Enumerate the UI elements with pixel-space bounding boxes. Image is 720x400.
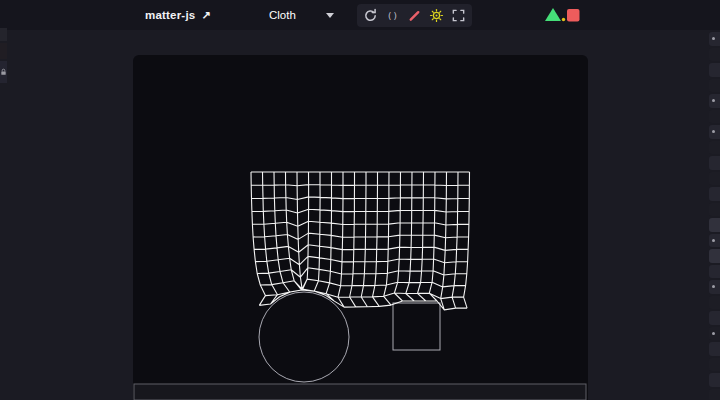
brand-link[interactable]: matter-js ↗ — [145, 0, 211, 30]
item-dot-icon — [712, 239, 715, 242]
circle-body[interactable] — [259, 292, 349, 382]
right-strip-item[interactable] — [709, 342, 720, 356]
chevron-down-icon — [326, 13, 334, 18]
right-strip-item[interactable] — [709, 187, 720, 201]
fullscreen-icon — [451, 8, 466, 23]
right-strip-item[interactable] — [709, 141, 720, 155]
external-link-icon: ↗ — [201, 9, 210, 22]
brush-button[interactable] — [404, 6, 424, 26]
item-dot-icon — [712, 99, 715, 102]
right-strip-item[interactable] — [709, 280, 720, 294]
toolbar: () — [357, 4, 472, 27]
right-strip-item[interactable] — [709, 79, 720, 93]
item-dot-icon — [712, 37, 715, 40]
right-strip-item[interactable] — [709, 265, 720, 279]
reset-button[interactable] — [361, 6, 381, 26]
code-brackets-icon: () — [385, 8, 400, 23]
ground-body[interactable] — [134, 384, 586, 400]
demo-select[interactable]: Cloth — [260, 3, 340, 27]
logo-square — [567, 9, 580, 22]
demo-select-value: Cloth — [269, 9, 296, 21]
header-bar: matter-js ↗ Cloth () — [0, 0, 720, 30]
right-edge-panel — [709, 30, 720, 400]
right-strip-item[interactable] — [709, 203, 720, 217]
demo-canvas[interactable] — [133, 55, 588, 400]
right-strip-item[interactable] — [709, 389, 720, 400]
right-strip-item[interactable] — [709, 296, 720, 310]
fullscreen-button[interactable] — [448, 6, 468, 26]
right-strip-item[interactable] — [709, 327, 720, 341]
right-strip-item[interactable] — [709, 125, 720, 139]
right-strip-item[interactable] — [709, 94, 720, 108]
left-strip-lock-item[interactable] — [0, 61, 7, 83]
left-edge-panel — [0, 0, 7, 400]
logo-shapes-icon — [545, 8, 581, 23]
logo-triangle — [545, 8, 561, 21]
refresh-icon — [363, 8, 378, 23]
item-dot-icon — [712, 285, 715, 288]
right-strip-item[interactable] — [709, 156, 720, 170]
left-strip-segment — [0, 43, 7, 59]
right-strip-item[interactable] — [709, 358, 720, 372]
right-strip-item[interactable] — [709, 373, 720, 387]
box-body[interactable] — [393, 303, 440, 350]
left-strip-segment — [0, 28, 7, 41]
item-dot-icon — [712, 130, 715, 133]
item-dot-icon — [712, 332, 715, 335]
right-strip-item[interactable] — [709, 32, 720, 46]
right-strip-item[interactable] — [709, 249, 720, 263]
right-strip-item[interactable] — [709, 311, 720, 325]
right-strip-item[interactable] — [709, 48, 720, 62]
gear-icon — [429, 8, 444, 23]
right-strip-item[interactable] — [709, 110, 720, 124]
inspect-button[interactable] — [426, 6, 446, 26]
right-strip-item[interactable] — [709, 63, 720, 77]
logo-dot — [562, 18, 565, 21]
right-strip-item[interactable] — [709, 172, 720, 186]
source-code-button[interactable]: () — [383, 6, 403, 26]
right-strip-item[interactable] — [709, 218, 720, 232]
right-strip-item[interactable] — [709, 234, 720, 248]
brand-label: matter-js — [145, 9, 195, 21]
svg-text:(): () — [387, 10, 398, 21]
matter-logo[interactable] — [545, 8, 581, 23]
lock-icon — [0, 68, 7, 76]
brush-icon — [407, 8, 422, 23]
cloth-mesh[interactable] — [251, 172, 470, 310]
physics-scene — [133, 55, 588, 400]
